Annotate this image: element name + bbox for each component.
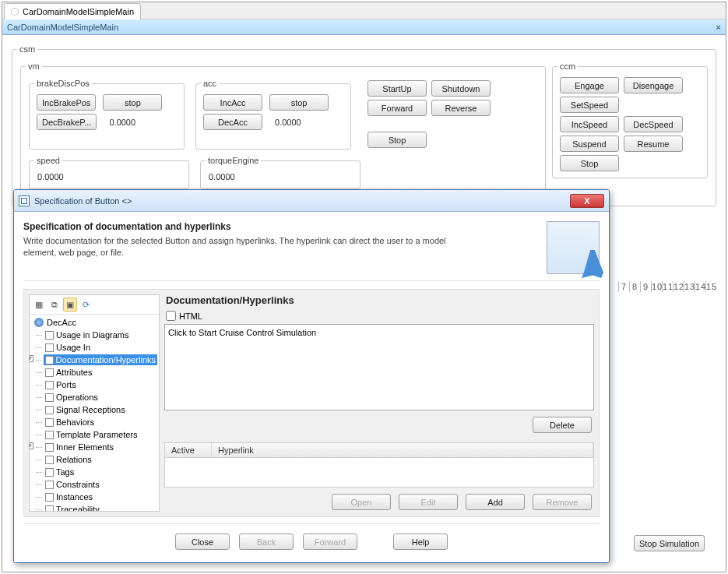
ccm-legend: ccm	[557, 62, 578, 71]
html-checkbox[interactable]	[166, 311, 176, 321]
tree[interactable]: DecAcc Usage in DiagramsUsage In+Documen…	[30, 315, 159, 511]
decspeed-button[interactable]: DecSpeed	[624, 116, 683, 132]
engage-button[interactable]: Engage	[560, 77, 619, 93]
torque-value: 0.0000	[206, 170, 252, 184]
tree-root-icon	[34, 318, 44, 327]
tree-item-label: Documentation/Hyperlinks	[56, 355, 156, 364]
tree-item[interactable]: Traceability	[44, 503, 157, 511]
incbrakepos-button[interactable]: IncBrakePos	[37, 94, 96, 111]
html-checkbox-label[interactable]: HTML	[166, 311, 594, 321]
csm-group: csm vm brakeDiscPos IncBrakePos stop Dec…	[12, 44, 716, 206]
tree-expand-toggle[interactable]: +	[30, 355, 33, 362]
tree-expand-icon[interactable]: ▣	[63, 298, 77, 312]
add-button[interactable]: Add	[466, 494, 525, 510]
torque-group: torqueEngine 0.0000	[200, 156, 360, 189]
tree-item[interactable]: Signal Receptions	[44, 403, 157, 416]
ruler-tick: 14	[695, 281, 705, 292]
speed-legend: speed	[34, 156, 62, 165]
ruler-tick: 11	[662, 281, 673, 292]
acc-value: 0.0000	[272, 115, 318, 129]
tree-item-icon	[45, 381, 54, 389]
tree-item-label: Operations	[56, 393, 98, 402]
incspeed-button[interactable]: IncSpeed	[560, 116, 619, 132]
brake-stop-button[interactable]: stop	[103, 94, 162, 111]
csm-legend: csm	[17, 44, 37, 54]
acc-stop-button[interactable]: stop	[269, 94, 329, 111]
specification-dialog: Specification of Button <> X Specificati…	[13, 189, 610, 563]
tree-item-icon	[45, 356, 54, 364]
tree-refresh-icon[interactable]: ⟳	[79, 298, 93, 312]
vm-legend: vm	[26, 62, 42, 71]
decacc-button[interactable]: DecAcc	[203, 114, 262, 130]
vm-stop-button[interactable]: Stop	[368, 132, 427, 148]
delete-button[interactable]: Delete	[533, 417, 592, 433]
ruler: 789101112131415	[618, 281, 716, 292]
setspeed-button[interactable]: SetSpeed	[560, 97, 619, 113]
tree-item[interactable]: Behaviors	[44, 416, 157, 428]
close-button[interactable]: Close	[175, 534, 230, 550]
tree-item-icon	[45, 456, 54, 464]
shutdown-button[interactable]: Shutdown	[431, 80, 491, 97]
tree-root[interactable]: DecAcc	[31, 316, 157, 329]
dialog-footer: Close Back Forward Help	[23, 523, 600, 553]
incacc-button[interactable]: IncAcc	[203, 94, 262, 111]
dialog-desc-body: Write documentation for the selected But…	[23, 235, 459, 259]
brakediscpos-value: 0.0000	[106, 115, 153, 129]
dialog-title-icon	[19, 195, 30, 206]
stop-simulation-button[interactable]: Stop Simulation	[634, 535, 705, 551]
back-button: Back	[239, 534, 294, 550]
dialog-desc-title: Specification of documentation and hyper…	[23, 221, 459, 232]
tree-table-icon[interactable]: ▦	[32, 298, 46, 312]
dialog-titlebar[interactable]: Specification of Button <> X	[14, 190, 609, 212]
tree-item-label: Signal Receptions	[56, 405, 125, 414]
tree-item-icon	[45, 505, 54, 512]
reverse-button[interactable]: Reverse	[431, 100, 491, 116]
tree-item[interactable]: Instances	[44, 491, 157, 503]
header-bar: CarDomainModelSimpleMain ×	[2, 19, 726, 35]
resume-button[interactable]: Resume	[624, 136, 683, 152]
tree-panel: ▦ ⧉ ▣ ⟳ DecAcc Usage in DiagramsUsage In…	[29, 294, 160, 512]
ccm-stop-button[interactable]: Stop	[560, 155, 619, 171]
vm-group: vm brakeDiscPos IncBrakePos stop DecBrak…	[20, 62, 546, 198]
tree-expand-toggle[interactable]: +	[30, 442, 33, 449]
tree-item[interactable]: Ports	[44, 379, 157, 391]
tree-item[interactable]: Relations	[44, 453, 157, 466]
suspend-button[interactable]: Suspend	[560, 136, 619, 152]
tree-collapse-icon[interactable]: ⧉	[47, 298, 62, 312]
dialog-close-button[interactable]: X	[570, 194, 604, 208]
tree-item-icon	[45, 493, 54, 502]
tab-loader-icon	[11, 8, 19, 16]
tree-item[interactable]: Tags	[44, 466, 157, 478]
tree-item[interactable]: Operations	[44, 391, 157, 403]
speed-group: speed 0.0000	[29, 156, 189, 189]
tree-item-icon	[45, 418, 54, 427]
tree-item-label: Usage in Diagrams	[56, 330, 129, 340]
tree-item[interactable]: Usage in Diagrams	[44, 329, 157, 341]
forward-button[interactable]: Forward	[368, 100, 427, 116]
tree-item-label: Usage In	[56, 343, 90, 352]
hyperlink-table[interactable]: Active Hyperlink	[164, 442, 594, 488]
tree-item-icon	[45, 406, 54, 414]
tree-item-label: Ports	[56, 380, 76, 389]
open-button: Open	[332, 494, 391, 510]
header-close-icon[interactable]: ×	[716, 19, 721, 35]
dialog-description: Specification of documentation and hyper…	[23, 221, 600, 281]
tree-item[interactable]: Usage In	[44, 341, 157, 354]
help-button[interactable]: Help	[393, 534, 448, 550]
ruler-tick: 10	[651, 281, 662, 292]
dialog-title: Specification of Button <>	[34, 196, 132, 206]
tree-root-label: DecAcc	[47, 318, 76, 327]
disengage-button[interactable]: Disengage	[624, 77, 683, 93]
decbrakepos-button[interactable]: DecBrakeP...	[37, 114, 97, 130]
tree-item[interactable]: Template Parameters	[44, 428, 157, 441]
tree-item[interactable]: Constraints	[44, 478, 157, 491]
tree-item[interactable]: Attributes	[44, 366, 157, 379]
tree-item[interactable]: +Inner Elements	[44, 441, 157, 453]
tree-item-label: Relations	[56, 455, 92, 464]
vm-mid-buttons: StartUp Shutdown Forward Reverse Stop	[359, 76, 499, 153]
tree-item[interactable]: +Documentation/Hyperlinks	[44, 354, 157, 366]
documentation-textarea[interactable]	[164, 324, 594, 410]
startup-button[interactable]: StartUp	[368, 80, 427, 97]
tab-main[interactable]: CarDomainModelSimpleMain	[4, 3, 141, 19]
forward-nav-button: Forward	[303, 534, 357, 550]
